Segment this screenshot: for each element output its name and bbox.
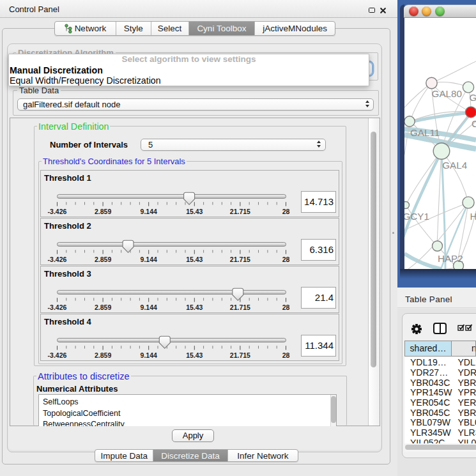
- svg-text:HIS: HIS: [470, 211, 476, 222]
- svg-text:CR: CR: [472, 118, 476, 129]
- svg-text:GAL8: GAL8: [470, 92, 476, 103]
- svg-text:2.859: 2.859: [95, 351, 111, 359]
- svg-text:GAL80: GAL80: [432, 88, 462, 99]
- svg-text:-3.426: -3.426: [48, 303, 67, 311]
- svg-text:21.715: 21.715: [230, 208, 250, 215]
- svg-text:2.859: 2.859: [95, 303, 111, 311]
- svg-text:GCY1: GCY1: [404, 211, 429, 222]
- svg-text:GAL4: GAL4: [442, 160, 467, 171]
- svg-text:15.43: 15.43: [186, 351, 203, 359]
- svg-text:28: 28: [282, 208, 290, 215]
- svg-text:-3.426: -3.426: [48, 351, 67, 359]
- svg-text:9.144: 9.144: [141, 208, 157, 215]
- svg-text:-3.426: -3.426: [48, 208, 67, 215]
- svg-text:HAP2: HAP2: [438, 253, 463, 264]
- svg-text:2.859: 2.859: [95, 208, 111, 215]
- svg-text:9.144: 9.144: [141, 256, 157, 263]
- svg-text:2.859: 2.859: [95, 256, 111, 263]
- svg-text:15.43: 15.43: [186, 303, 203, 311]
- svg-text:28: 28: [282, 303, 290, 311]
- svg-text:21.715: 21.715: [230, 303, 250, 311]
- svg-text:15.43: 15.43: [186, 256, 203, 263]
- svg-text:-3.426: -3.426: [48, 256, 67, 263]
- svg-text:21.715: 21.715: [230, 351, 250, 359]
- svg-text:28: 28: [282, 256, 290, 263]
- svg-text:21.715: 21.715: [230, 256, 250, 263]
- svg-text:GAL11: GAL11: [410, 127, 440, 138]
- svg-text:28: 28: [282, 351, 290, 359]
- svg-text:9.144: 9.144: [141, 303, 157, 311]
- svg-text:9.144: 9.144: [141, 351, 157, 359]
- svg-text:15.43: 15.43: [186, 208, 203, 215]
